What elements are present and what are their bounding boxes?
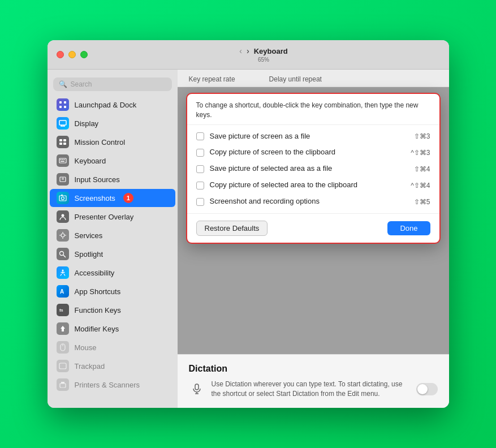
shortcuts-modal: To change a shortcut, double-click the k… [186, 93, 441, 244]
keyboard-header: Key repeat rate Delay until repeat [178, 70, 449, 87]
svg-rect-16 [61, 161, 64, 162]
sidebar-item-accessibility[interactable]: Accessibility [50, 264, 175, 282]
sidebar-item-trackpad[interactable]: Trackpad [50, 357, 175, 375]
shortcut-checkbox-0[interactable] [196, 132, 204, 140]
shortcut-key-2: ⇧⌘4 [414, 165, 430, 173]
shortcut-row-4[interactable]: Screenshot and recording options ⇧⌘5 [187, 193, 439, 210]
window-title: Keyboard [254, 47, 288, 55]
shortcut-checkbox-2[interactable] [196, 165, 204, 173]
display-label: Display [75, 119, 99, 128]
shortcut-row-3[interactable]: Copy picture of selected area to the cli… [187, 177, 439, 193]
svg-rect-20 [59, 196, 66, 201]
done-button[interactable]: Done [387, 221, 430, 235]
dictation-title: Dictation [189, 364, 438, 374]
sidebar-item-screenshots[interactable]: Screenshots 1 [50, 189, 175, 207]
shortcut-row-2[interactable]: Save picture of selected area as a file … [187, 161, 439, 177]
shortcut-key-1: ^⇧⌘3 [411, 149, 430, 157]
sidebar-item-presenter[interactable]: Presenter Overlay [50, 208, 175, 226]
mouse-icon [57, 341, 69, 354]
sidebar-item-printers[interactable]: Printers & Scanners [50, 376, 175, 394]
svg-rect-40 [59, 363, 66, 369]
svg-rect-14 [62, 160, 63, 161]
dictation-row: Use Dictation wherever you can type text… [189, 380, 438, 399]
sidebar-item-keyboard[interactable]: Keyboard [50, 152, 175, 170]
right-panel: Key repeat rate Delay until repeat To ch… [178, 70, 449, 408]
launchpad-icon [57, 98, 69, 111]
printers-label: Printers & Scanners [75, 381, 140, 389]
shortcut-row-0[interactable]: Save picture of screen as a file ⇧⌘3 [187, 128, 439, 145]
shortcut-list: Save picture of screen as a file ⇧⌘3 Cop… [187, 125, 439, 213]
system-preferences-window: ‹ › Keyboard 65% 🔍 Search Launchpad & Do… [48, 40, 449, 408]
sidebar: 🔍 Search Launchpad & Dock Display [48, 70, 178, 408]
forward-arrow[interactable]: › [247, 46, 249, 55]
spotlight-icon [57, 248, 69, 260]
svg-line-34 [61, 274, 62, 276]
sidebar-item-function-keys[interactable]: fn Function Keys [50, 301, 175, 319]
svg-rect-2 [59, 106, 62, 108]
svg-rect-45 [195, 384, 199, 390]
function-keys-icon: fn [57, 304, 69, 316]
dictation-section: Dictation Use Dictation wherever you can… [178, 354, 449, 408]
trackpad-label: Trackpad [75, 362, 105, 371]
toggle-knob [417, 384, 428, 394]
sidebar-item-modifier-keys[interactable]: Modifier Keys [50, 320, 175, 338]
svg-line-30 [63, 255, 66, 257]
services-icon [57, 229, 69, 242]
keyboard-label: Keyboard [75, 157, 106, 165]
restore-defaults-button[interactable]: Restore Defaults [196, 221, 268, 236]
screenshots-badge: 1 [123, 193, 133, 203]
svg-rect-12 [59, 158, 66, 163]
traffic-lights [57, 51, 88, 58]
maximize-button[interactable] [80, 51, 88, 58]
svg-rect-22 [61, 195, 63, 196]
shortcut-checkbox-3[interactable] [196, 182, 204, 189]
shortcut-checkbox-1[interactable] [196, 149, 204, 157]
back-arrow[interactable]: ‹ [239, 46, 242, 55]
minimize-button[interactable] [68, 51, 76, 58]
svg-point-21 [61, 197, 64, 200]
display-icon [57, 117, 69, 130]
sidebar-item-app-shortcuts[interactable]: A App Shortcuts [50, 282, 175, 300]
sidebar-item-spotlight[interactable]: Spotlight [50, 245, 175, 263]
sidebar-item-mouse[interactable]: Mouse [50, 338, 175, 356]
svg-rect-4 [59, 120, 66, 125]
modal-overlay: To change a shortcut, double-click the k… [178, 87, 449, 354]
mission-label: Mission Control [75, 138, 126, 147]
sidebar-item-services[interactable]: Services [50, 226, 175, 244]
sidebar-item-mission[interactable]: Mission Control [50, 133, 175, 151]
search-bar[interactable]: 🔍 Search [53, 77, 172, 91]
printers-icon [57, 378, 69, 391]
titlebar: ‹ › Keyboard 65% [48, 40, 449, 70]
sidebar-item-launchpad[interactable]: Launchpad & Dock [50, 96, 175, 114]
screenshots-label: Screenshots [75, 194, 115, 203]
key-repeat-label: Key repeat rate [189, 75, 235, 83]
svg-rect-9 [63, 139, 66, 141]
close-button[interactable] [57, 51, 64, 58]
svg-point-31 [62, 270, 63, 272]
screenshots-icon [57, 192, 69, 204]
shortcut-label-3: Copy picture of selected area to the cli… [210, 180, 406, 190]
modifier-keys-label: Modifier Keys [75, 325, 119, 333]
svg-rect-1 [64, 101, 66, 104]
search-icon: 🔍 [59, 80, 67, 88]
app-shortcuts-label: App Shortcuts [75, 287, 121, 296]
accessibility-label: Accessibility [75, 269, 115, 277]
input-sources-icon [57, 173, 69, 186]
mission-icon [57, 136, 69, 148]
svg-rect-15 [63, 160, 64, 161]
svg-point-23 [61, 214, 64, 217]
shortcut-checkbox-4[interactable] [196, 198, 204, 206]
modifier-keys-icon [57, 322, 69, 335]
shortcut-label-4: Screenshot and recording options [210, 197, 408, 206]
sidebar-item-display[interactable]: Display [50, 114, 175, 132]
shortcut-label-0: Save picture of screen as a file [210, 132, 408, 141]
sidebar-item-input-sources[interactable]: Input Sources [50, 170, 175, 188]
accessibility-icon [57, 266, 69, 279]
function-keys-label: Function Keys [75, 306, 121, 315]
dictation-toggle[interactable] [416, 383, 438, 395]
svg-rect-0 [59, 101, 62, 104]
search-placeholder: Search [71, 80, 92, 88]
shortcut-row-1[interactable]: Copy picture of screen to the clipboard … [187, 144, 439, 161]
svg-text:A: A [60, 288, 64, 295]
modal-instruction: To change a shortcut, double-click the k… [187, 94, 439, 125]
